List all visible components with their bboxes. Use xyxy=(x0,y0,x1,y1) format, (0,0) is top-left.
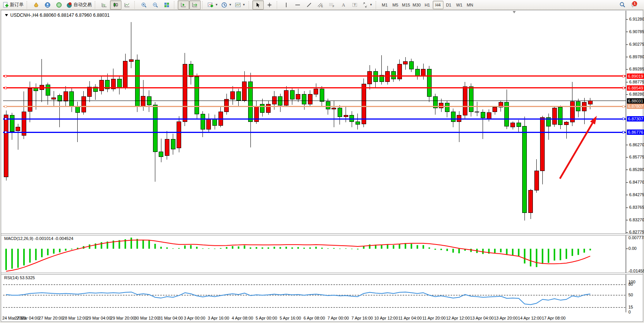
candle-body xyxy=(81,97,86,112)
time-axis-label: 5 Apr 00:00 xyxy=(256,316,277,320)
profile-button[interactable] xyxy=(42,0,53,10)
chart-shift-button[interactable] xyxy=(178,0,189,10)
macd-histogram-bar xyxy=(190,245,191,249)
candle-body xyxy=(415,69,419,77)
pane-separator[interactable] xyxy=(1,273,643,275)
new-order-button[interactable]: 新订单 xyxy=(1,0,25,10)
toolbar-separator xyxy=(277,1,279,9)
equidistant-channel-button[interactable]: E xyxy=(315,0,326,10)
candle-body xyxy=(439,103,443,108)
timeframe-button-H4[interactable]: H4 xyxy=(433,1,443,9)
timeframe-button-M30[interactable]: M30 xyxy=(411,1,422,9)
timeframe-button-M15[interactable]: M15 xyxy=(401,1,411,9)
rsi-axis-label: 80 xyxy=(628,282,633,286)
main-toolbar: 新订单 自动交易 ▼ ▼ xyxy=(0,0,644,10)
vertical-line-button[interactable] xyxy=(281,0,292,10)
macd-histogram-bar xyxy=(59,249,61,253)
line-endpoint-marker xyxy=(622,87,624,89)
label-button[interactable]: T xyxy=(349,0,360,10)
annotation-arrow[interactable] xyxy=(560,123,593,179)
chart-window[interactable]: USDCNH-,H4 6.88060 6.88147 6.87960 6.880… xyxy=(1,10,643,322)
zoom-in-button[interactable] xyxy=(138,0,150,10)
line-endpoint-marker xyxy=(622,106,624,107)
candle-body xyxy=(177,122,181,148)
templates-button[interactable]: ▼ xyxy=(233,0,247,10)
macd-histogram-bar xyxy=(393,245,394,249)
indicators-button[interactable]: ▼ xyxy=(206,0,220,10)
text-button[interactable]: A xyxy=(338,0,349,10)
signals-button[interactable] xyxy=(53,0,65,10)
auto-scroll-button[interactable] xyxy=(189,0,201,10)
candle-body xyxy=(141,96,145,106)
macd-histogram-bar xyxy=(327,248,329,249)
macd-histogram-bar xyxy=(232,246,233,249)
templates-icon xyxy=(235,2,241,8)
styler-button[interactable] xyxy=(30,0,42,10)
rsi-line xyxy=(6,292,590,305)
timeframe-button-M1[interactable]: M1 xyxy=(379,1,390,9)
candle-body xyxy=(534,171,539,190)
rsi-label: RSI(14) 53.5325 xyxy=(4,275,35,280)
candle-body xyxy=(481,112,485,118)
price-tick-label: 6.86270 xyxy=(629,142,644,147)
timeframe-button-H1[interactable]: H1 xyxy=(422,1,433,9)
candle-body xyxy=(195,77,199,114)
time-axis-label: 4 Apr 08:00 xyxy=(232,316,253,320)
timeframe-button-MN[interactable]: MN xyxy=(465,1,475,9)
line-endpoint-marker xyxy=(5,75,6,77)
time-axis-label: 11 Apr 20:00 xyxy=(422,316,446,320)
macd-histogram-bar xyxy=(512,249,513,255)
indicators-icon xyxy=(207,2,214,8)
price-tick-label: 6.84770 xyxy=(629,180,644,184)
candle-body xyxy=(362,84,366,124)
timeframe-button-D1[interactable]: D1 xyxy=(443,1,454,9)
price-tick-label: 6.84275 xyxy=(629,192,644,197)
trendline-icon xyxy=(306,2,312,8)
macd-histogram-bar xyxy=(208,248,209,249)
macd-histogram-bar xyxy=(482,249,484,254)
crosshair-button[interactable] xyxy=(264,0,275,10)
pane-separator[interactable] xyxy=(1,233,643,235)
fibonacci-button[interactable]: F xyxy=(326,0,338,10)
periods-button[interactable]: ▼ xyxy=(220,0,233,10)
tile-windows-button[interactable] xyxy=(161,0,172,10)
label-icon: T xyxy=(352,2,358,8)
timeframe-button-M5[interactable]: M5 xyxy=(390,1,401,9)
price-tick-label: 6.90785 xyxy=(629,29,644,34)
annotation-arrowhead xyxy=(590,116,597,125)
zoom-out-button[interactable] xyxy=(150,0,161,10)
macd-histogram-bar xyxy=(41,249,43,257)
macd-histogram-bar xyxy=(256,247,257,249)
macd-histogram-bar xyxy=(178,248,180,249)
candle-body xyxy=(314,89,318,94)
time-axis-label: 27 Mar 04:00 xyxy=(14,316,39,320)
autotrade-button[interactable]: 自动交易 xyxy=(65,0,93,10)
notification-badge: 1 xyxy=(632,1,637,6)
time-axis-label: 13 Apr 20:00 xyxy=(494,316,518,320)
macd-histogram-bar xyxy=(71,249,72,249)
candlestick-chart-button[interactable] xyxy=(110,0,121,10)
bar-chart-button[interactable] xyxy=(99,0,110,10)
chart-canvas[interactable] xyxy=(1,10,643,321)
line-endpoint-marker xyxy=(5,87,6,89)
zoom-in-icon xyxy=(141,2,147,8)
price-tick-label: 6.85280 xyxy=(629,167,644,172)
arrows-button[interactable]: ▼ xyxy=(360,0,374,10)
macd-histogram-bar xyxy=(35,249,37,260)
search-button[interactable] xyxy=(617,0,628,10)
price-tick-label: 6.83765 xyxy=(629,205,644,209)
timeframe-button-W1[interactable]: W1 xyxy=(454,1,465,9)
macd-histogram-bar xyxy=(518,249,520,256)
pivot-price-label: 6.87807 xyxy=(627,104,644,109)
horizontal-line-button[interactable] xyxy=(292,0,303,10)
line-chart-button[interactable] xyxy=(121,0,133,10)
cursor-button[interactable] xyxy=(252,0,264,10)
collapse-triangle-icon xyxy=(5,14,8,17)
candle-body xyxy=(46,85,50,95)
trendline-button[interactable] xyxy=(303,0,315,10)
notifications-button[interactable]: 1 xyxy=(628,0,641,10)
macd-histogram-bar xyxy=(536,249,537,267)
macd-histogram-bar xyxy=(422,245,424,249)
vertical-line-icon xyxy=(283,2,289,8)
macd-histogram-bar xyxy=(309,248,311,249)
